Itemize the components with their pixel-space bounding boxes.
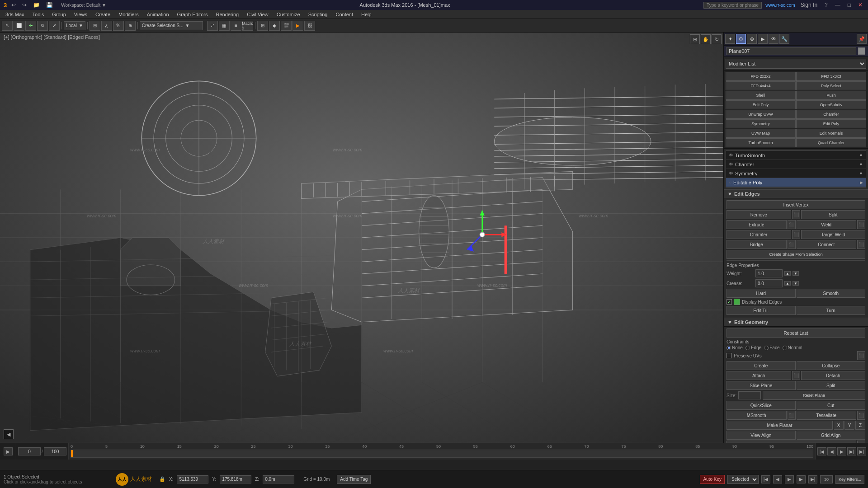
preserve-uvs-settings[interactable]: ⬛ [857,351,865,360]
zoom-extents-btn[interactable]: ⊞ [690,34,700,44]
edit-tri-btn[interactable]: Edit Tri. [726,306,796,315]
z-coord[interactable] [263,475,294,483]
chamfer-edge-btn[interactable]: Chamfer [726,230,791,239]
chamfer-settings-btn[interactable]: ⬛ [792,230,800,239]
panel-icon-create[interactable]: ✦ [725,34,735,44]
menu-modifiers[interactable]: Modifiers [115,11,142,18]
weld-settings-btn[interactable]: ⬛ [857,220,865,229]
edit-poly2-btn[interactable]: Edit Poly [796,119,866,128]
ffd2x2x2-btn[interactable]: FFD 2x2x2 [726,72,796,81]
align-btn[interactable]: ≡ [231,21,241,31]
smooth-btn[interactable]: Smooth [797,289,866,298]
extrude-btn[interactable]: Extrude [726,220,787,229]
quick-access-save[interactable]: 💾 [44,2,55,8]
status-goto-end[interactable]: ▶| [808,475,817,483]
create-btn[interactable]: Create [726,361,796,370]
x-axis-btn[interactable]: X [834,421,844,430]
maximize-btn[interactable]: □ [846,2,853,8]
eye-turbosmooth[interactable]: 👁 [729,153,733,158]
menu-help[interactable]: Help [358,11,375,18]
play-animation-btn[interactable]: ▶ [837,447,846,455]
stack-editable-poly[interactable]: ○ Editable Poly ▶ [726,178,866,187]
quad-chamfer-btn[interactable]: Quad Chamfer [796,138,866,147]
menu-customize[interactable]: Customize [273,11,304,18]
total-frames-input[interactable] [44,447,66,455]
ffd3x3x3-btn[interactable]: FFD 3x3x3 [796,72,866,81]
panel-icon-motion[interactable]: ▶ [758,34,768,44]
constraint-edge[interactable]: Edge [745,345,761,350]
select-object-btn[interactable]: ↖ [2,21,13,31]
minimize-btn[interactable]: — [833,2,842,8]
menu-scripting[interactable]: Scripting [305,11,331,18]
status-play[interactable]: ▶ [785,475,794,483]
timeline-play-btn[interactable]: ▶ [4,447,13,455]
repeat-last-btn[interactable]: Repeat Last [726,328,865,338]
grid-align-btn[interactable]: Grid Align [797,431,866,440]
poly-select-btn[interactable]: Poly Select [796,81,866,90]
orbit-btn[interactable]: ↻ [712,34,722,44]
add-time-tag-btn[interactable]: Add Time Tag [337,475,371,484]
constraint-normal[interactable]: Normal [783,345,802,350]
stack-turbosmooth[interactable]: 👁 TurboSmooth ▼ [726,151,866,160]
tessellate-btn[interactable]: Tessellate [797,411,857,420]
menu-graph-editors[interactable]: Graph Editors [174,11,212,18]
eye-symmetry[interactable]: 👁 [729,171,733,176]
snap-toggle-btn[interactable]: ⊞ [90,21,100,31]
constraint-none[interactable]: None [726,345,743,350]
split-geom-btn[interactable]: Split [797,381,866,390]
search-input-area[interactable]: Type a keyword or phrase [703,2,762,9]
object-color-swatch[interactable] [858,47,865,55]
crease-input[interactable] [755,279,783,287]
menu-tools[interactable]: Tools [29,11,48,18]
turn-btn[interactable]: Turn [797,306,866,315]
insert-vertex-btn[interactable]: Insert Vertex [726,200,865,209]
quickslice-btn[interactable]: QuickSlice [726,401,796,410]
macro1-btn[interactable]: Macro 1 [242,21,253,31]
mirror-btn[interactable]: ⇌ [207,21,218,31]
weight-spinup[interactable]: ▲ [784,271,791,276]
auto-key-btn[interactable]: Auto Key [700,475,725,484]
reset-plane-btn[interactable]: Reset Plane [763,391,865,400]
size-input[interactable] [738,391,761,399]
eye-chamfer[interactable]: 👁 [729,162,733,167]
status-next-frame[interactable]: ▶ [797,475,806,483]
push-btn[interactable]: Push [796,91,866,100]
detach-btn[interactable]: Detach [801,371,866,380]
uvw-map-btn[interactable]: UVW Map [726,129,796,138]
crease-spinup[interactable]: ▲ [784,281,791,286]
create-selection-dropdown[interactable]: Create Selection S... ▼ [140,21,203,30]
viewport[interactable]: www.rr-sc.com www.rr-sc.com www.rr-sc.co… [0,33,723,443]
crease-spindown[interactable]: ▼ [793,281,799,286]
next-frame-btn[interactable]: ▶| [847,447,856,455]
cut-btn[interactable]: Cut [797,401,866,410]
status-prev-frame[interactable]: ◀ [773,475,782,483]
modifier-list-dropdown[interactable]: Modifier List [726,59,866,69]
menu-rendering[interactable]: Rendering [212,11,242,18]
render-frame-btn[interactable]: 🖼 [304,21,315,31]
attach-btn[interactable]: Attach [726,371,791,380]
panel-icon-modify[interactable]: ⚙ [736,34,746,44]
goto-start-btn[interactable]: |◀ [817,447,826,455]
sign-in-btn[interactable]: Sign In [799,2,819,8]
menu-animation[interactable]: Animation [143,11,173,18]
quick-access-undo[interactable]: ↩ [9,2,18,8]
eye-editpoly[interactable]: ○ [729,180,731,185]
x-coord[interactable] [177,475,208,483]
spinner-snap-btn[interactable]: ⊕ [125,21,136,31]
move-btn[interactable]: ✛ [25,21,36,31]
edit-poly-btn[interactable]: Edit Poly [726,100,796,109]
menu-content[interactable]: Content [332,11,357,18]
remove-btn[interactable]: Remove [726,210,791,219]
display-hard-edges-cb[interactable] [726,299,732,305]
panel-icon-display[interactable]: 👁 [769,34,778,44]
preserve-uvs-cb[interactable] [726,353,732,358]
quick-access-open[interactable]: 📁 [31,2,42,8]
opensubdiv-btn[interactable]: OpenSubdiv [796,100,866,109]
coord-system-dropdown[interactable]: Local ▼ [64,21,85,30]
prev-frame-btn[interactable]: ◀ [4,429,14,439]
menu-group[interactable]: Group [48,11,70,18]
menu-civil-view[interactable]: Civil View [243,11,272,18]
stack-chamfer[interactable]: 👁 Chamfer ▼ [726,160,866,169]
menu-3dsmax[interactable]: 3ds Max [2,11,28,18]
connect-btn[interactable]: Connect [797,240,857,249]
